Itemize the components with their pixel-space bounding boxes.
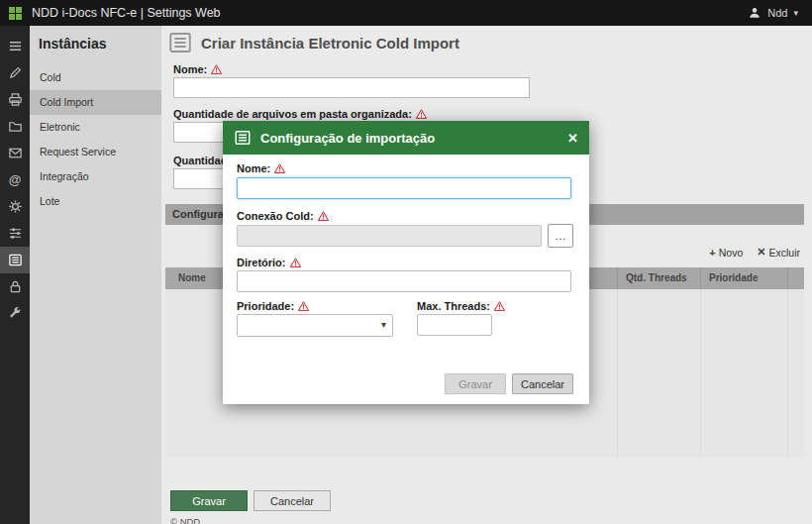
column-header-prioridade[interactable]: Prioridade xyxy=(701,267,788,289)
app-screen: NDD i-Docs NFC-e | Settings Web Ndd ▾ @ xyxy=(0,0,812,524)
user-icon xyxy=(748,6,761,20)
novo-button[interactable]: + Novo xyxy=(709,247,743,259)
sidebar-item-integracao[interactable]: Integração xyxy=(30,164,161,189)
nome-label: Nome: xyxy=(173,63,222,75)
gravar-button[interactable]: Gravar xyxy=(170,490,248,511)
modal-diretorio-label: Diretório: xyxy=(237,257,301,268)
at-icon[interactable]: @ xyxy=(0,166,30,193)
import-config-modal: Configuração de importação ✕ Nome: Conex… xyxy=(223,121,589,404)
modal-header: Configuração de importação ✕ xyxy=(223,121,589,155)
warning-icon xyxy=(290,258,301,267)
column-header-qtd-threads[interactable]: Qtd. Threads xyxy=(618,267,701,289)
cancelar-button[interactable]: Cancelar xyxy=(254,490,331,511)
sidebar: Instâncias Cold Cold Import Eletronic Re… xyxy=(30,26,161,524)
modal-max-threads-input[interactable] xyxy=(417,314,492,336)
sidebar-item-eletronic[interactable]: Eletronic xyxy=(30,115,161,140)
mail-icon[interactable] xyxy=(0,140,30,166)
sliders-icon[interactable] xyxy=(0,220,30,247)
chevron-down-icon: ▾ xyxy=(381,319,386,330)
prioridade-select[interactable]: ▾ xyxy=(237,314,393,337)
plus-icon: + xyxy=(709,247,715,259)
instances-icon[interactable] xyxy=(0,247,30,273)
modal-nome-label: Nome: xyxy=(237,162,285,174)
sidebar-item-cold-import[interactable]: Cold Import xyxy=(30,90,161,115)
warning-icon xyxy=(318,211,329,221)
ellipsis-icon: … xyxy=(556,230,566,242)
gear-icon[interactable] xyxy=(0,193,30,220)
warning-icon xyxy=(211,64,222,74)
lock-icon[interactable] xyxy=(0,273,30,300)
conexao-browse-button[interactable]: … xyxy=(548,224,573,248)
icon-strip: @ xyxy=(0,26,30,524)
modal-diretorio-input[interactable] xyxy=(237,270,571,292)
nome-input[interactable] xyxy=(173,77,530,98)
user-menu[interactable]: Ndd ▾ xyxy=(748,6,812,20)
wrench-icon[interactable] xyxy=(0,300,30,327)
modal-max-threads-label: Max. Threads: xyxy=(417,300,505,312)
brush-icon[interactable] xyxy=(0,59,30,86)
topbar: NDD i-Docs NFC-e | Settings Web Ndd ▾ xyxy=(0,0,812,26)
app-logo-icon xyxy=(9,7,22,20)
page-title: Criar Instância Eletronic Cold Import xyxy=(201,35,459,52)
delete-x-icon: ✕ xyxy=(757,246,765,259)
qtd-pasta-label: Quantidade de arquivos em pasta organiza… xyxy=(173,108,427,120)
printer-icon[interactable] xyxy=(0,86,30,113)
modal-title: Configuração de importação xyxy=(260,131,435,146)
copyright-text: © NDD xyxy=(170,516,200,524)
chevron-down-icon: ▾ xyxy=(793,8,798,18)
warning-icon xyxy=(274,163,285,173)
config-list-icon xyxy=(234,129,252,147)
menu-icon[interactable] xyxy=(0,33,30,59)
instances-page-icon xyxy=(167,30,193,55)
app-title: NDD i-Docs NFC-e | Settings Web xyxy=(32,6,221,20)
column-header-empty xyxy=(788,267,804,289)
modal-nome-input[interactable] xyxy=(237,177,571,199)
warning-icon xyxy=(416,109,427,119)
sidebar-title: Instâncias xyxy=(39,36,161,52)
excluir-button[interactable]: ✕ Excluir xyxy=(757,246,800,259)
grid-toolbar: + Novo ✕ Excluir xyxy=(709,246,800,259)
sidebar-item-cold[interactable]: Cold xyxy=(30,65,161,90)
modal-conexao-input xyxy=(237,225,542,247)
modal-gravar-button[interactable]: Gravar xyxy=(445,373,506,394)
modal-conexao-label: Conexão Cold: xyxy=(237,210,329,222)
warning-icon xyxy=(494,301,505,311)
modal-prioridade-label: Prioridade: xyxy=(237,300,309,312)
page-header: Criar Instância Eletronic Cold Import xyxy=(167,30,459,55)
user-name: Ndd xyxy=(767,7,787,19)
folders-icon[interactable] xyxy=(0,113,30,140)
warning-icon xyxy=(298,301,309,311)
close-icon[interactable]: ✕ xyxy=(567,132,578,145)
sidebar-item-request-service[interactable]: Request Service xyxy=(30,140,161,164)
modal-cancelar-button[interactable]: Cancelar xyxy=(512,373,573,394)
sidebar-item-lote[interactable]: Lote xyxy=(30,189,161,214)
